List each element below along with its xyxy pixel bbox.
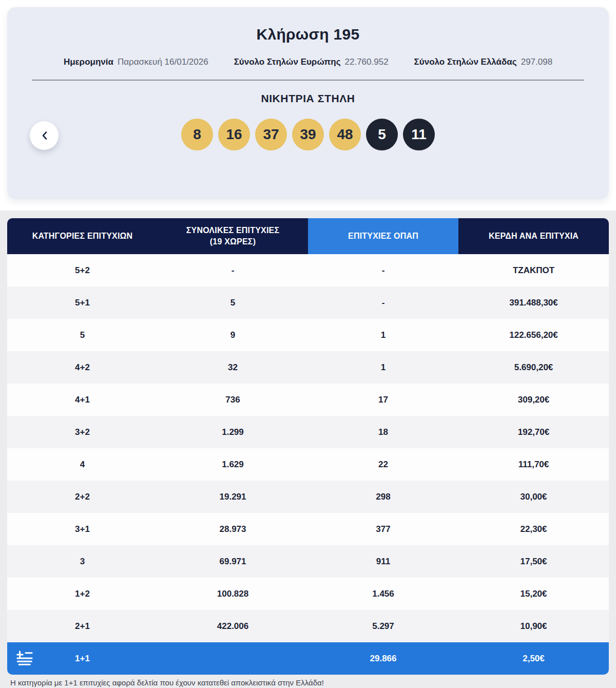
- cell-category: 5+1: [7, 298, 158, 308]
- meta-value: 297.098: [521, 57, 552, 67]
- cell-category: 1+2: [7, 589, 158, 599]
- cell-opap_wins: 5.297: [308, 621, 458, 632]
- table-row: 3+128.97337722,30€: [7, 513, 609, 545]
- meta-item: Σύνολο Στηλών Ευρώπης22.760.952: [234, 57, 389, 67]
- winning-column-title: ΝΙΚΗΤΡΙΑ ΣΤΗΛΗ: [7, 92, 609, 105]
- cell-total_wins: 5: [158, 298, 308, 308]
- column-header: ΚΕΡΔΗ ΑΝΑ ΕΠΙΤΥΧΙΑ: [458, 218, 609, 254]
- cell-opap_wins: 22: [308, 460, 458, 470]
- cell-prize: 17,50€: [458, 557, 609, 567]
- cell-total_wins: -: [158, 265, 308, 276]
- cell-total_wins: 19.291: [158, 492, 308, 502]
- card-divider: [32, 80, 584, 81]
- column-header-line: (19 ΧΩΡΕΣ): [210, 236, 256, 247]
- cell-prize: 2,50€: [458, 654, 609, 664]
- cell-opap_wins: 1: [308, 362, 458, 373]
- cell-total_wins: 100.828: [158, 589, 308, 599]
- column-header-line: ΣΥΝΟΛΙΚΕΣ ΕΠΙΤΥΧΙΕΣ: [186, 225, 280, 236]
- cell-prize: 309,20€: [458, 395, 609, 405]
- draw-meta-row: ΗμερομηνίαΠαρασκευή 16/01/2026Σύνολο Στη…: [7, 57, 609, 67]
- table-row: 4+23215.690,20€: [7, 351, 609, 384]
- cell-total_wins: 32: [158, 362, 308, 373]
- cell-opap_wins: 1.456: [308, 589, 458, 599]
- cell-category: 3+1: [7, 524, 158, 534]
- cell-opap_wins: 911: [308, 557, 458, 567]
- cell-prize: 391.488,30€: [458, 298, 609, 308]
- cell-category: 2+1: [7, 621, 158, 632]
- greece-flag-icon: [16, 651, 33, 667]
- column-header-line: ΕΠΙΤΥΧΙΕΣ ΟΠΑΠ: [348, 231, 418, 242]
- cell-opap_wins: -: [308, 298, 458, 308]
- cell-prize: 111,70€: [458, 460, 609, 470]
- bonus-number-ball: 5: [366, 119, 398, 150]
- table-row-greece-only: 1+129.8662,50€: [7, 642, 609, 675]
- main-number-ball: 8: [181, 119, 213, 150]
- meta-value: Παρασκευή 16/01/2026: [118, 57, 208, 67]
- table-row: 591122.656,20€: [7, 319, 609, 351]
- cell-category: 5: [7, 330, 158, 340]
- winning-numbers: 816373948511: [7, 119, 609, 150]
- main-number-ball: 16: [218, 119, 250, 150]
- cell-category: 4: [7, 460, 158, 470]
- cell-category: 5+2: [7, 265, 158, 276]
- cell-category: 3: [7, 557, 158, 567]
- main-number-ball: 37: [255, 119, 287, 150]
- table-row: 2+219.29129830,00€: [7, 481, 609, 513]
- cell-prize: 22,30€: [458, 524, 609, 534]
- table-row: 5+15-391.488,30€: [7, 286, 609, 319]
- meta-label: Ημερομηνία: [64, 57, 113, 67]
- cell-prize: 15,20€: [458, 589, 609, 599]
- cell-category: 3+2: [7, 427, 158, 437]
- table-row: 41.62922111,70€: [7, 448, 609, 481]
- column-header: ΣΥΝΟΛΙΚΕΣ ΕΠΙΤΥΧΙΕΣ(19 ΧΩΡΕΣ): [158, 218, 308, 254]
- cell-opap_wins: 18: [308, 427, 458, 437]
- meta-value: 22.760.952: [345, 57, 389, 67]
- column-header-line: ΚΑΤΗΓΟΡΙΕΣ ΕΠΙΤΥΧΙΩΝ: [32, 231, 133, 242]
- table-row: 5+2--ΤΖΑΚΠΟΤ: [7, 254, 609, 286]
- table-row: 3+21.29918192,70€: [7, 416, 609, 448]
- results-table: ΚΑΤΗΓΟΡΙΕΣ ΕΠΙΤΥΧΙΩΝΣΥΝΟΛΙΚΕΣ ΕΠΙΤΥΧΙΕΣ(…: [7, 218, 609, 675]
- cell-prize: 5.690,20€: [458, 362, 609, 373]
- cell-opap_wins: 377: [308, 524, 458, 534]
- cell-opap_wins: 1: [308, 330, 458, 340]
- cell-opap_wins: 17: [308, 395, 458, 405]
- cell-prize: 122.656,20€: [458, 330, 609, 340]
- cell-total_wins: 736: [158, 395, 308, 405]
- cell-opap_wins: -: [308, 265, 458, 276]
- results-section: ΚΑΤΗΓΟΡΙΕΣ ΕΠΙΤΥΧΙΩΝΣΥΝΟΛΙΚΕΣ ΕΠΙΤΥΧΙΕΣ(…: [0, 211, 616, 688]
- cell-prize: ΤΖΑΚΠΟΤ: [458, 265, 609, 276]
- cell-opap_wins: 29.866: [308, 654, 458, 664]
- meta-item: ΗμερομηνίαΠαρασκευή 16/01/2026: [64, 57, 208, 67]
- greece-only-footnote: Η κατηγορία με 1+1 επιτυχίες αφορά δελτί…: [7, 678, 609, 688]
- main-number-ball: 48: [329, 119, 361, 150]
- table-row: 369.97191117,50€: [7, 545, 609, 578]
- table-row: 4+173617309,20€: [7, 384, 609, 416]
- previous-draw-button[interactable]: [30, 121, 59, 150]
- meta-item: Σύνολο Στηλών Ελλάδας297.098: [414, 57, 553, 67]
- cell-total_wins: 422.006: [158, 621, 308, 632]
- cell-prize: 30,00€: [458, 492, 609, 502]
- cell-total_wins: 1.299: [158, 427, 308, 437]
- meta-label: Σύνολο Στηλών Ευρώπης: [234, 57, 341, 67]
- cell-total_wins: 28.973: [158, 524, 308, 534]
- cell-category: 2+2: [7, 492, 158, 502]
- table-row: 2+1422.0065.29710,90€: [7, 610, 609, 642]
- cell-prize: 192,70€: [458, 427, 609, 437]
- cell-category: 4+1: [7, 395, 158, 405]
- cell-total_wins: 1.629: [158, 460, 308, 470]
- cell-opap_wins: 298: [308, 492, 458, 502]
- main-number-ball: 39: [292, 119, 324, 150]
- column-header-opap-highlighted: ΕΠΙΤΥΧΙΕΣ ΟΠΑΠ: [308, 218, 458, 254]
- table-body: 5+2--ΤΖΑΚΠΟΤ5+15-391.488,30€591122.656,2…: [7, 254, 609, 675]
- chevron-left-icon: [42, 131, 47, 140]
- column-header: ΚΑΤΗΓΟΡΙΕΣ ΕΠΙΤΥΧΙΩΝ: [7, 218, 158, 254]
- cell-category: 4+2: [7, 362, 158, 373]
- cell-total_wins: 9: [158, 330, 308, 340]
- table-header-row: ΚΑΤΗΓΟΡΙΕΣ ΕΠΙΤΥΧΙΩΝΣΥΝΟΛΙΚΕΣ ΕΠΙΤΥΧΙΕΣ(…: [7, 218, 609, 254]
- cell-prize: 10,90€: [458, 621, 609, 632]
- meta-label: Σύνολο Στηλών Ελλάδας: [414, 57, 517, 67]
- column-header-line: ΚΕΡΔΗ ΑΝΑ ΕΠΙΤΥΧΙΑ: [489, 231, 579, 242]
- draw-result-card: Κλήρωση 195 ΗμερομηνίαΠαρασκευή 16/01/20…: [7, 7, 609, 199]
- draw-title: Κλήρωση 195: [7, 7, 609, 43]
- cell-total_wins: 69.971: [158, 557, 308, 567]
